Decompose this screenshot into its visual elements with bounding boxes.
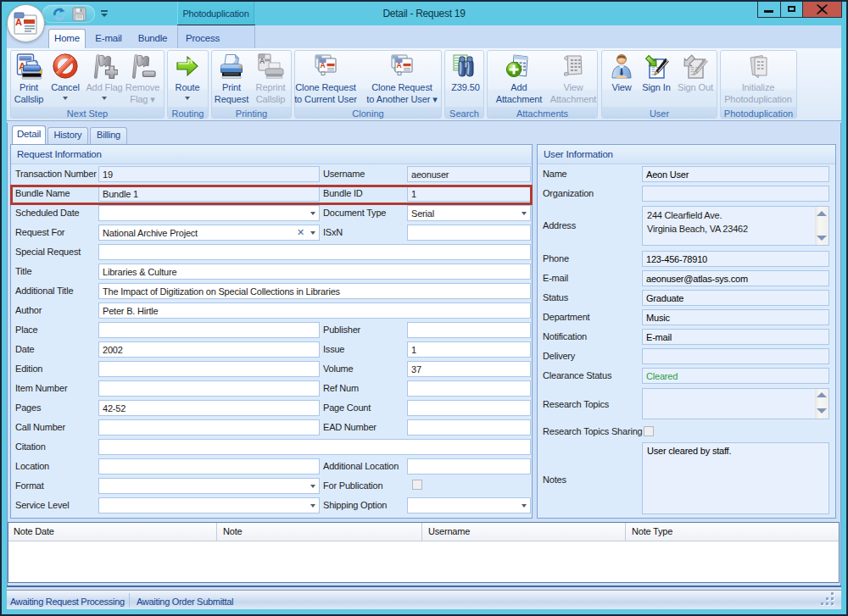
svg-text:A: A	[320, 61, 325, 69]
svg-text:A: A	[396, 61, 401, 69]
svg-text:A: A	[259, 57, 265, 65]
svg-text:A: A	[15, 17, 22, 27]
